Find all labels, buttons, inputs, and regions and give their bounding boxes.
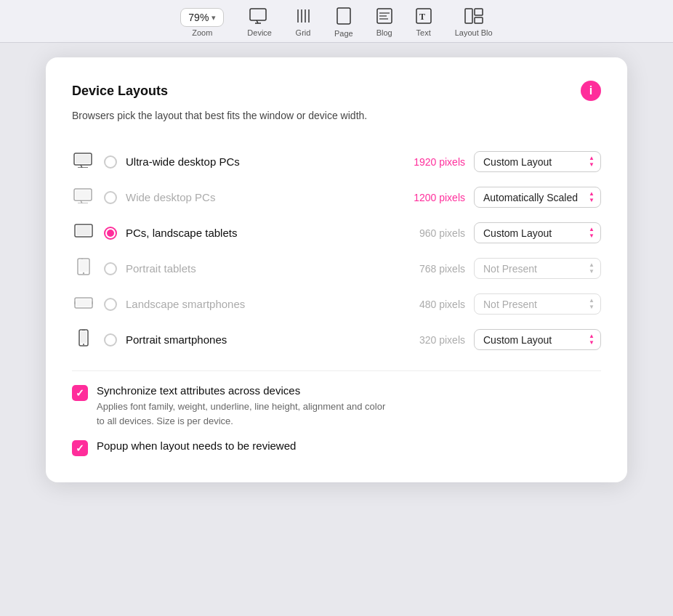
layout-blo-group[interactable]: Layout Blo xyxy=(455,8,493,37)
device-row-portrait-smartphones: Portrait smartphones 320 pixels Custom L… xyxy=(72,322,601,357)
svg-rect-0 xyxy=(250,9,266,20)
main-content: Device Layouts i Browsers pick the layou… xyxy=(0,43,673,497)
card-title: Device Layouts xyxy=(72,84,168,99)
radio-portrait-tablets[interactable] xyxy=(104,262,117,275)
grid-icon xyxy=(295,8,311,27)
checkbox-section: ✓ Synchronize text attributes across dev… xyxy=(72,384,601,456)
sync-text-content: Synchronize text attributes across devic… xyxy=(97,384,385,428)
radio-landscape-smartphones[interactable] xyxy=(104,298,117,311)
zoom-button[interactable]: 79% ▾ xyxy=(180,8,224,27)
select-arrows-portrait-tablets: ▲ ▼ xyxy=(589,262,595,275)
device-name-portrait-smartphones: Portrait smartphones xyxy=(126,333,391,346)
popup-review-row: ✓ Popup when layout needs to be reviewed xyxy=(72,439,601,456)
layout-value-wide-desktop: Automatically Scaled xyxy=(483,192,578,203)
svg-rect-28 xyxy=(79,260,88,272)
select-arrows-ultra-wide: ▲ ▼ xyxy=(589,155,595,168)
grid-group[interactable]: Grid xyxy=(295,8,311,37)
arrow-up-icon: ▲ xyxy=(589,298,595,304)
select-arrows-wide-desktop: ▲ ▼ xyxy=(589,191,595,203)
pixel-label-ultra-wide: 1920 pixels xyxy=(400,156,465,168)
card-header: Device Layouts i xyxy=(72,81,601,101)
arrow-up-icon: ▲ xyxy=(589,262,595,268)
sync-text-checkbox[interactable]: ✓ xyxy=(72,385,88,401)
device-name-wide-desktop: Wide desktop PCs xyxy=(126,191,391,203)
device-row-landscape-smartphones: Landscape smartphones 480 pixels Not Pre… xyxy=(72,286,601,322)
layout-select-ultra-wide[interactable]: Custom Layout ▲ ▼ xyxy=(474,151,601,172)
layout-select-portrait-tablets[interactable]: Not Present ▲ ▼ xyxy=(474,258,601,279)
card-subtitle: Browsers pick the layout that best fits … xyxy=(72,108,601,123)
svg-text:T: T xyxy=(419,12,425,22)
select-arrows-landscape-smartphones: ▲ ▼ xyxy=(589,298,595,310)
svg-rect-14 xyxy=(465,9,472,23)
svg-rect-7 xyxy=(337,8,350,24)
device-group[interactable]: Device xyxy=(247,8,272,37)
checkmark-icon: ✓ xyxy=(76,443,84,453)
page-group[interactable]: Page xyxy=(334,7,353,38)
layout-blo-label: Layout Blo xyxy=(455,28,493,37)
arrow-down-icon: ▼ xyxy=(589,304,595,310)
arrow-up-icon: ▲ xyxy=(589,333,595,339)
layout-value-portrait-smartphones: Custom Layout xyxy=(483,334,552,346)
radio-portrait-smartphones[interactable] xyxy=(104,333,117,346)
arrow-down-icon: ▼ xyxy=(589,162,595,168)
svg-point-29 xyxy=(83,272,84,274)
svg-rect-20 xyxy=(76,155,90,163)
checkmark-icon: ✓ xyxy=(76,388,84,398)
svg-rect-15 xyxy=(475,9,483,15)
svg-rect-26 xyxy=(76,226,91,235)
text-icon: T xyxy=(416,8,432,27)
zoom-label: Zoom xyxy=(192,28,212,37)
layout-value-pcs-landscape: Custom Layout xyxy=(483,227,552,239)
device-row-wide-desktop: Wide desktop PCs 1200 pixels Automatical… xyxy=(72,179,601,215)
popup-review-content: Popup when layout needs to be reviewed xyxy=(97,439,296,452)
wide-desktop-icon xyxy=(72,187,95,207)
sync-text-label: Synchronize text attributes across devic… xyxy=(97,384,385,397)
portrait-tablets-icon xyxy=(72,258,95,279)
device-row-pcs-landscape: PCs, landscape tablets 960 pixels Custom… xyxy=(72,215,601,251)
radio-ultra-wide[interactable] xyxy=(104,155,117,169)
landscape-smartphones-icon xyxy=(72,296,95,312)
layout-select-wide-desktop[interactable]: Automatically Scaled ▲ ▼ xyxy=(474,187,601,208)
pixel-label-portrait-tablets: 768 pixels xyxy=(400,263,465,275)
device-name-pcs-landscape: PCs, landscape tablets xyxy=(126,227,391,239)
grid-label: Grid xyxy=(296,28,311,37)
svg-rect-32 xyxy=(76,299,91,307)
layout-select-pcs-landscape[interactable]: Custom Layout ▲ ▼ xyxy=(474,222,601,243)
layout-select-landscape-smartphones[interactable]: Not Present ▲ ▼ xyxy=(474,293,601,315)
select-arrows-pcs-landscape: ▲ ▼ xyxy=(589,227,595,239)
svg-rect-24 xyxy=(76,190,90,199)
blog-icon xyxy=(376,8,392,27)
radio-pcs-landscape[interactable] xyxy=(104,227,117,240)
portrait-smartphones-icon xyxy=(72,329,95,350)
layout-select-portrait-smartphones[interactable]: Custom Layout ▲ ▼ xyxy=(474,329,601,350)
blog-group[interactable]: Blog xyxy=(376,8,392,37)
chevron-down-icon: ▾ xyxy=(211,13,216,23)
arrow-down-icon: ▼ xyxy=(589,198,595,203)
zoom-value: 79% xyxy=(188,12,209,23)
device-label: Device xyxy=(247,28,272,37)
device-row-ultra-wide: Ultra-wide desktop PCs 1920 pixels Custo… xyxy=(72,144,601,179)
device-name-ultra-wide: Ultra-wide desktop PCs xyxy=(126,155,391,168)
sync-text-desc: Applies font family, weight, underline, … xyxy=(97,400,385,428)
sync-text-row: ✓ Synchronize text attributes across dev… xyxy=(72,384,601,428)
device-icon xyxy=(249,8,270,27)
svg-rect-16 xyxy=(475,17,483,23)
arrow-down-icon: ▼ xyxy=(589,340,595,346)
info-icon[interactable]: i xyxy=(581,81,601,101)
svg-rect-36 xyxy=(81,331,86,343)
arrow-up-icon: ▲ xyxy=(589,155,595,161)
radio-wide-desktop[interactable] xyxy=(104,191,117,204)
pcs-landscape-icon xyxy=(72,224,95,242)
layout-value-ultra-wide: Custom Layout xyxy=(483,156,552,168)
divider xyxy=(72,370,601,371)
text-group[interactable]: T Text xyxy=(416,8,432,37)
popup-review-checkbox[interactable]: ✓ xyxy=(72,440,88,456)
select-arrows-portrait-smartphones: ▲ ▼ xyxy=(589,333,595,346)
layout-value-portrait-tablets: Not Present xyxy=(483,263,537,275)
zoom-group[interactable]: 79% ▾ Zoom xyxy=(180,8,224,37)
svg-point-37 xyxy=(83,344,84,345)
popup-review-label: Popup when layout needs to be reviewed xyxy=(97,439,296,452)
arrow-down-icon: ▼ xyxy=(589,269,595,275)
arrow-down-icon: ▼ xyxy=(589,233,595,239)
text-label: Text xyxy=(416,28,431,37)
